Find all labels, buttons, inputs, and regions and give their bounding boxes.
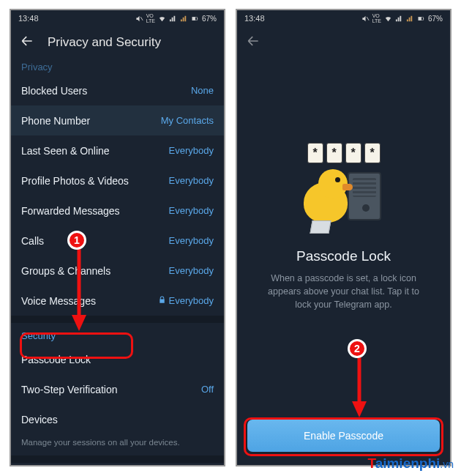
row-forwarded-messages[interactable]: Forwarded Messages Everybody xyxy=(11,196,224,226)
status-bar: 13:48 VOLTE 67% xyxy=(11,10,224,26)
row-groups-channels[interactable]: Groups & Channels Everybody xyxy=(11,256,224,286)
row-value: Everybody xyxy=(169,235,214,246)
row-devices[interactable]: Devices xyxy=(11,404,224,434)
section-header-privacy: Privacy xyxy=(11,54,224,75)
row-voice-messages[interactable]: Voice Messages Everybody xyxy=(11,286,224,316)
page-title: Privacy and Security xyxy=(48,35,161,50)
signal-icon-2 xyxy=(180,15,188,23)
back-button[interactable] xyxy=(20,34,34,51)
duck-eye xyxy=(335,177,340,182)
watermark-t: T xyxy=(367,455,375,471)
passcode-description: When a passcode is set, a lock icon appe… xyxy=(237,272,450,311)
signal-icon-2 xyxy=(406,15,414,23)
row-value: Everybody xyxy=(169,175,214,186)
back-button[interactable] xyxy=(246,34,261,51)
row-value: Everybody xyxy=(158,295,214,306)
passcode-title: Passcode Lock xyxy=(296,248,391,264)
row-profile-photos[interactable]: Profile Photos & Videos Everybody xyxy=(11,166,224,196)
svg-marker-9 xyxy=(72,315,86,331)
annotation-arrow-1 xyxy=(70,249,91,333)
battery-pct: 67% xyxy=(202,15,217,23)
badge-text: 1 xyxy=(74,234,80,246)
badge-text: 2 xyxy=(354,343,360,354)
svg-line-0 xyxy=(140,17,143,21)
pin-card: * xyxy=(345,143,361,163)
battery-icon xyxy=(417,15,425,23)
arrow-left-icon xyxy=(246,34,261,48)
safe-icon xyxy=(348,172,381,220)
wifi-icon xyxy=(384,15,392,23)
row-label: Devices xyxy=(21,414,58,425)
status-time: 13:48 xyxy=(18,14,39,23)
lock-icon xyxy=(158,295,166,306)
signal-icon xyxy=(169,15,177,23)
watermark: Taimienphi.vn xyxy=(367,455,454,472)
row-two-step-verification[interactable]: Two-Step Verification Off xyxy=(11,374,224,404)
section-header-delete: Delete my account xyxy=(11,463,224,466)
passcode-content: * * * * Passcode Lock When a passcode is… xyxy=(237,59,450,465)
row-value-text: Everybody xyxy=(169,295,214,306)
status-bar: 13:48 VOLTE 67% xyxy=(237,10,450,26)
row-last-seen[interactable]: Last Seen & Online Everybody xyxy=(11,135,224,166)
svg-rect-7 xyxy=(423,18,424,19)
row-label: Last Seen & Online xyxy=(21,145,110,157)
pin-card-row: * * * * xyxy=(307,143,381,163)
pin-card: * xyxy=(307,143,323,163)
wifi-icon xyxy=(158,15,166,23)
app-bar xyxy=(237,26,450,59)
row-label: Profile Photos & Videos xyxy=(21,175,129,187)
status-icons: VOLTE 67% xyxy=(135,13,217,23)
lte-icon: VOLTE xyxy=(372,13,381,23)
row-value: Off xyxy=(201,384,214,395)
section-divider xyxy=(11,455,224,463)
svg-line-4 xyxy=(367,17,369,21)
row-value: Everybody xyxy=(169,145,214,156)
svg-rect-2 xyxy=(192,17,195,21)
annotation-arrow-2 xyxy=(350,357,372,420)
mute-icon xyxy=(361,15,370,23)
section-divider xyxy=(11,316,224,323)
signal-icon xyxy=(395,15,403,23)
battery-pct: 67% xyxy=(428,15,443,23)
status-icons: VOLTE 67% xyxy=(361,13,443,23)
pin-card: * xyxy=(364,143,381,163)
row-label: Two-Step Verification xyxy=(21,384,118,395)
row-value: Everybody xyxy=(169,265,214,276)
mute-icon xyxy=(135,15,143,23)
annotation-highlight-enable xyxy=(244,417,443,456)
watermark-vn: .vn xyxy=(440,458,454,470)
watermark-rest: aimienphi xyxy=(375,455,441,471)
phone-screen-privacy: 13:48 VOLTE 67% Privacy and Security Pri… xyxy=(10,9,225,466)
status-time: 13:48 xyxy=(244,14,265,23)
passcode-illustration xyxy=(304,168,384,234)
row-label: Calls xyxy=(21,235,44,247)
phone-screen-passcode: 13:48 VOLTE 67% * * * * xyxy=(236,9,451,466)
row-label: Forwarded Messages xyxy=(21,205,120,217)
row-label: Phone Number xyxy=(21,115,90,127)
row-value: My Contacts xyxy=(161,115,214,126)
arrow-left-icon xyxy=(20,34,34,48)
svg-rect-6 xyxy=(419,17,421,21)
battery-icon xyxy=(191,15,199,23)
row-phone-number[interactable]: Phone Number My Contacts xyxy=(11,105,224,135)
pin-card: * xyxy=(326,143,342,163)
svg-marker-11 xyxy=(352,401,367,417)
lte-icon: VOLTE xyxy=(146,13,155,23)
annotation-badge-1: 1 xyxy=(67,231,86,250)
annotation-badge-2: 2 xyxy=(348,339,367,358)
svg-rect-3 xyxy=(197,18,198,19)
annotation-highlight-passcode xyxy=(20,332,133,359)
row-label: Blocked Users xyxy=(21,85,87,97)
devices-hint: Manage your sessions on all your devices… xyxy=(11,434,224,455)
papers-icon xyxy=(310,220,331,234)
row-calls[interactable]: Calls Everybody xyxy=(11,226,224,256)
row-value: Everybody xyxy=(169,205,214,216)
row-label: Groups & Channels xyxy=(21,265,110,277)
row-blocked-users[interactable]: Blocked Users None xyxy=(11,75,224,105)
duck-beak xyxy=(342,184,353,190)
row-value: None xyxy=(191,85,214,96)
